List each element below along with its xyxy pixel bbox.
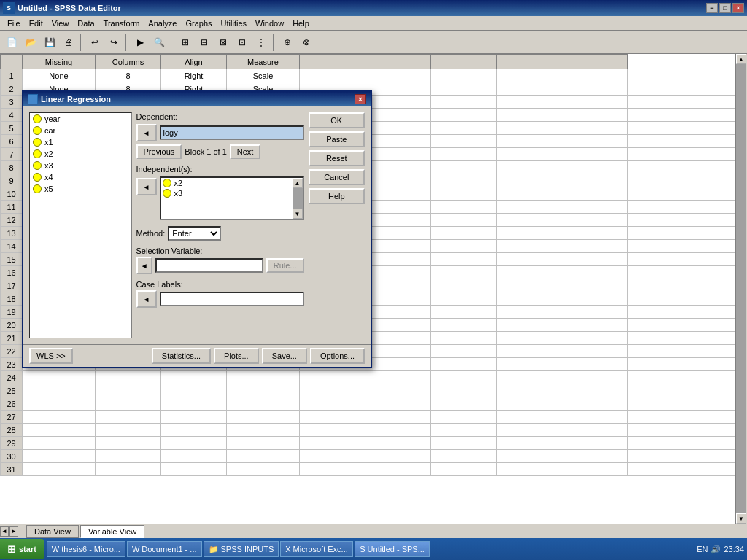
cell-empty-31-4[interactable]: [300, 463, 365, 476]
cell-empty-24-3[interactable]: [227, 371, 300, 384]
weight-btn[interactable]: ⊡: [233, 34, 251, 51]
cell-empty-25-1[interactable]: [96, 384, 161, 397]
cell-empty-14-8[interactable]: [562, 240, 628, 253]
cell-empty-18-7[interactable]: [497, 292, 562, 306]
cell-empty-20-6[interactable]: [431, 319, 497, 332]
cell-empty-11-8[interactable]: [562, 201, 628, 214]
cell-empty-19-8[interactable]: [562, 306, 628, 319]
cell-empty-7-5[interactable]: [628, 148, 735, 161]
cell-empty-3-3[interactable]: [497, 96, 562, 109]
cell-empty-12-6[interactable]: [431, 214, 497, 227]
cell-empty-29-9[interactable]: [628, 437, 735, 450]
cell-empty-6-2[interactable]: [431, 135, 497, 148]
table-row[interactable]: 30: [1, 450, 735, 463]
indep-x3[interactable]: x3: [161, 188, 293, 198]
cell-empty-23-6[interactable]: [431, 358, 497, 371]
menu-transform[interactable]: Transform: [99, 18, 144, 28]
cell-empty-29-3[interactable]: [227, 437, 300, 450]
variable-list[interactable]: year car x1 x2: [29, 112, 132, 338]
cell-empty-12-9[interactable]: [628, 214, 735, 227]
cell-empty-15-5[interactable]: [365, 253, 431, 266]
cell-empty-6-1[interactable]: [365, 135, 431, 148]
cell-empty-2-4[interactable]: [562, 82, 628, 96]
menu-window[interactable]: Window: [251, 18, 288, 28]
cell-empty-29-4[interactable]: [300, 437, 365, 450]
cell-empty-24-8[interactable]: [562, 371, 628, 384]
cell-empty-25-3[interactable]: [227, 384, 300, 397]
select-btn[interactable]: ⋮: [252, 34, 270, 51]
table-row[interactable]: 27: [1, 411, 735, 424]
cell-empty-6-5[interactable]: [628, 135, 735, 148]
cell-empty-21-9[interactable]: [628, 332, 735, 345]
cell-empty-30-7[interactable]: [497, 450, 562, 463]
wls-btn[interactable]: WLS >>: [29, 348, 73, 364]
dependent-arrow-btn[interactable]: ◄: [136, 124, 157, 141]
cell-empty-28-9[interactable]: [628, 424, 735, 437]
cell-empty-24-0[interactable]: [23, 371, 96, 384]
cell-empty-4-3[interactable]: [497, 109, 562, 122]
cell-empty-25-5[interactable]: [365, 384, 431, 397]
cell-empty-22-5[interactable]: [365, 345, 431, 358]
table-row[interactable]: 26: [1, 397, 735, 411]
start-btn[interactable]: ⊞ start: [0, 539, 44, 559]
selection-arrow-btn[interactable]: ◄: [136, 257, 152, 274]
cell-empty-15-7[interactable]: [497, 253, 562, 266]
cell-empty-11-7[interactable]: [497, 201, 562, 214]
cell-empty-10-9[interactable]: [628, 187, 735, 201]
cell-empty-21-6[interactable]: [431, 332, 497, 345]
cell-empty-1-0[interactable]: [300, 69, 365, 82]
cell-empty-24-7[interactable]: [497, 371, 562, 384]
taskbar-item-1[interactable]: W Document1 - ...: [127, 541, 202, 557]
case-labels-arrow-btn[interactable]: ◄: [136, 290, 157, 308]
cell-empty-8-1[interactable]: [365, 161, 431, 174]
cell-empty-26-3[interactable]: [227, 397, 300, 411]
taskbar-item-3[interactable]: X Microsoft Exc...: [280, 541, 353, 557]
cell-empty-24-6[interactable]: [431, 371, 497, 384]
cell-empty-13-5[interactable]: [365, 227, 431, 240]
cell-measure-1[interactable]: Scale: [227, 69, 300, 82]
cell-empty-31-3[interactable]: [227, 463, 300, 476]
open-btn[interactable]: 📂: [22, 34, 39, 51]
table-row[interactable]: 28: [1, 424, 735, 437]
indep-scroll-down[interactable]: ▼: [293, 209, 303, 219]
cell-empty-6-4[interactable]: [562, 135, 628, 148]
cell-empty-24-5[interactable]: [365, 371, 431, 384]
cell-empty-2-3[interactable]: [497, 82, 562, 96]
tab-data-view[interactable]: Data View: [26, 525, 79, 538]
cell-empty-26-4[interactable]: [300, 397, 365, 411]
cell-empty-7-1[interactable]: [365, 148, 431, 161]
cell-empty-12-8[interactable]: [562, 214, 628, 227]
cell-empty-30-9[interactable]: [628, 450, 735, 463]
cell-empty-3-4[interactable]: [562, 96, 628, 109]
cell-empty-26-7[interactable]: [497, 397, 562, 411]
scroll-right-tab[interactable]: ►: [9, 526, 18, 537]
cell-empty-29-5[interactable]: [365, 437, 431, 450]
var-car[interactable]: car: [30, 125, 131, 136]
cell-empty-30-1[interactable]: [96, 450, 161, 463]
cell-empty-9-6[interactable]: [431, 174, 497, 187]
cell-empty-14-7[interactable]: [497, 240, 562, 253]
cell-empty-17-9[interactable]: [628, 279, 735, 292]
cell-missing-1[interactable]: None: [23, 69, 96, 82]
cell-empty-30-6[interactable]: [431, 450, 497, 463]
cell-empty-16-7[interactable]: [497, 266, 562, 279]
table-row[interactable]: 1None8RightScale: [1, 69, 735, 82]
cell-empty-13-7[interactable]: [497, 227, 562, 240]
cell-empty-14-6[interactable]: [431, 240, 497, 253]
scroll-left-tab[interactable]: ◄: [0, 526, 9, 537]
cell-empty-11-9[interactable]: [628, 201, 735, 214]
cell-empty-30-0[interactable]: [23, 450, 96, 463]
cell-empty-29-1[interactable]: [96, 437, 161, 450]
cell-empty-15-8[interactable]: [562, 253, 628, 266]
cell-empty-6-3[interactable]: [497, 135, 562, 148]
cell-empty-22-6[interactable]: [431, 345, 497, 358]
cell-empty-27-8[interactable]: [562, 411, 628, 424]
cell-empty-15-6[interactable]: [431, 253, 497, 266]
cell-empty-8-5[interactable]: [628, 161, 735, 174]
taskbar-item-4[interactable]: S Untitled - SPS...: [355, 541, 430, 557]
cell-empty-29-8[interactable]: [562, 437, 628, 450]
cell-empty-8-3[interactable]: [497, 161, 562, 174]
minimize-btn[interactable]: −: [706, 3, 718, 13]
cell-empty-4-5[interactable]: [628, 109, 735, 122]
table-row[interactable]: 25: [1, 384, 735, 397]
